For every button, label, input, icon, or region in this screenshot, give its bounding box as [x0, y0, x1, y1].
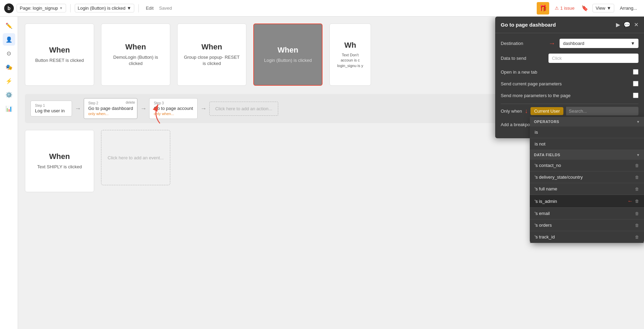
trigger-when-shiply: When	[49, 152, 70, 161]
trigger-card-shiply[interactable]: When Text SHIPLY is clicked	[25, 130, 94, 192]
open-new-tab-checkbox[interactable]	[633, 69, 638, 75]
sidebar-icon-lightning[interactable]: ⚡	[3, 75, 15, 87]
trigger-card-demologin[interactable]: When DemoLogin (Button) is clicked	[101, 24, 170, 86]
arrow-1: →	[75, 105, 81, 112]
field-full-name[interactable]: 's full name 🗑	[530, 183, 644, 195]
data-fields-label: DATA FIELDS	[534, 153, 560, 157]
field-track-id[interactable]: 's track_id 🗑	[530, 231, 644, 243]
only-when-red-arrow: ↓	[525, 107, 528, 115]
step-subtitle-2[interactable]: only when...	[88, 112, 133, 116]
send-more-params-checkbox[interactable]	[633, 93, 638, 98]
destination-label: Destination	[501, 41, 546, 46]
trigger-when-1: When	[49, 46, 70, 55]
view-chevron: ▼	[607, 6, 611, 11]
step-label-1: Step 1	[35, 104, 67, 107]
data-to-send-placeholder: Click	[552, 56, 562, 61]
destination-red-arrow: →	[548, 39, 555, 47]
send-more-params-label: Send more parameters to the page	[501, 93, 571, 98]
step-title-1: Log the user in	[35, 108, 67, 113]
panel-header: Go to page dashboard ▶ 💬 ✕	[495, 17, 644, 33]
field-delivery-state-text: 's delivery_state/country	[535, 175, 583, 180]
field-delivery-state[interactable]: 's delivery_state/country 🗑	[530, 171, 644, 183]
app-logo[interactable]: b	[4, 3, 14, 13]
panel-chat-icon[interactable]: 💬	[624, 21, 631, 28]
field-orders[interactable]: 's orders 🗑	[530, 219, 644, 231]
only-when-search[interactable]	[566, 107, 638, 115]
only-when-label: Only when	[501, 109, 522, 114]
operator-is-not[interactable]: is not	[530, 138, 644, 150]
issue-button[interactable]: ⚠ 1 issue	[552, 4, 577, 12]
field-is-admin-icon: 🗑	[635, 199, 639, 204]
main-layout: ✏️ 👤 ⊙ 🎭 ⚡ ⚙️ 📊 When Button RESET is cli…	[0, 17, 644, 329]
field-email-text: 's email	[535, 211, 550, 216]
view-button[interactable]: View ▼	[592, 4, 614, 12]
current-user-tag[interactable]: Current User	[530, 107, 563, 115]
sidebar-icon-edit[interactable]: ✏️	[3, 19, 15, 32]
panel-data-to-send-row: Data to send Click	[501, 54, 638, 63]
issue-label: 1 issue	[560, 6, 574, 11]
step-delete-2[interactable]: delete	[126, 101, 135, 104]
sidebar-icon-mask[interactable]: 🎭	[3, 61, 15, 73]
trigger-when-3: When	[201, 43, 222, 51]
field-orders-icon: 🗑	[635, 223, 639, 228]
page-selector[interactable]: Page: login_signup ▼	[17, 4, 66, 12]
trigger-card-group-close[interactable]: When Group close popup- RESET is clicked	[177, 24, 246, 86]
field-email[interactable]: 's email 🗑	[530, 208, 644, 219]
step-box-2[interactable]: Step 2 Go to page dashboard only when...…	[84, 98, 137, 119]
is-admin-red-arrow: ←	[627, 198, 633, 204]
sidebar-icon-settings[interactable]: ⚙️	[3, 88, 15, 101]
topbar-divider	[70, 4, 71, 12]
field-is-admin-text: 's is_admin	[535, 199, 557, 204]
operator-is[interactable]: is	[530, 126, 644, 138]
only-when-row: Only when ↓ Current User	[501, 104, 638, 118]
step-subtitle-3[interactable]: only when...	[154, 112, 193, 116]
topbar: b Page: login_signup ▼ Login (Button) is…	[0, 0, 644, 17]
field-is-admin[interactable]: 's is_admin ← 🗑	[530, 195, 644, 208]
field-contact-no-text: 's contact_no	[535, 163, 561, 168]
sidebar-icon-chart[interactable]: 📊	[3, 102, 15, 115]
operators-chevron: ▼	[636, 120, 640, 124]
panel-header-actions: ▶ 💬 ✕	[616, 21, 638, 28]
arrow-3: →	[200, 105, 207, 112]
arrow-2: →	[140, 105, 146, 112]
data-fields-section-header[interactable]: DATA FIELDS ▼	[530, 150, 644, 160]
sidebar-icon-user[interactable]: 👤	[3, 33, 15, 46]
panel-title: Go to page dashboard	[501, 22, 556, 28]
field-contact-no[interactable]: 's contact_no 🗑	[530, 160, 644, 171]
workflow-canvas: When Button RESET is clicked When DemoLo…	[18, 17, 644, 329]
gift-button[interactable]: 🎁	[537, 2, 549, 15]
trigger-desc-1: Button RESET is clicked	[35, 57, 84, 64]
destination-selector[interactable]: dashboard ▼	[560, 39, 638, 48]
arrange-button[interactable]: Arrang...	[617, 4, 640, 12]
bookmark-icon[interactable]: 🔖	[580, 3, 590, 13]
trigger-card-reset[interactable]: When Button RESET is clicked	[25, 24, 94, 86]
step-add-action[interactable]: Click here to add an action...	[209, 102, 278, 116]
operators-section-header[interactable]: OPERATORS ▼	[530, 117, 644, 126]
operators-label: OPERATORS	[534, 120, 559, 124]
step-box-1[interactable]: Step 1 Log the user in	[30, 101, 72, 116]
warning-icon: ⚠	[555, 6, 559, 11]
send-current-params-checkbox[interactable]	[633, 81, 638, 86]
trigger-when-2: When	[125, 43, 146, 51]
field-full-name-icon: 🗑	[635, 187, 639, 191]
step-title-3: Go to page account	[154, 106, 193, 111]
step-box-3[interactable]: Step 3 Go to page account only when...	[149, 98, 197, 119]
data-fields-chevron: ▼	[636, 153, 640, 157]
left-sidebar: ✏️ 👤 ⊙ 🎭 ⚡ ⚙️ 📊	[0, 17, 18, 329]
sidebar-icon-circle[interactable]: ⊙	[3, 47, 15, 59]
trigger-card-login[interactable]: When Login (Button) is clicked	[253, 24, 323, 86]
send-more-params-row: Send more parameters to the page	[501, 92, 638, 99]
panel-play-icon[interactable]: ▶	[616, 21, 620, 28]
workflow-selector[interactable]: Login (Button) is clicked ▼	[75, 4, 135, 12]
trigger-desc-3: Group close popup- RESET is clicked	[183, 54, 241, 67]
data-to-send-input[interactable]: Click	[548, 54, 638, 63]
workflow-chevron: ▼	[127, 6, 131, 11]
edit-tab[interactable]: Edit	[143, 4, 156, 12]
add-event-card[interactable]: Click here to add an event...	[101, 130, 170, 185]
operator-dropdown: OPERATORS ▼ is is not DATA FIELDS ▼ 's c…	[530, 117, 644, 243]
operator-is-text: is	[535, 130, 538, 135]
field-orders-text: 's orders	[535, 223, 552, 228]
panel-close-icon[interactable]: ✕	[634, 21, 638, 28]
trigger-card-text-dont[interactable]: Wh Text Don't accoun is c login_signu is…	[329, 24, 371, 86]
destination-value: dashboard	[563, 41, 584, 46]
